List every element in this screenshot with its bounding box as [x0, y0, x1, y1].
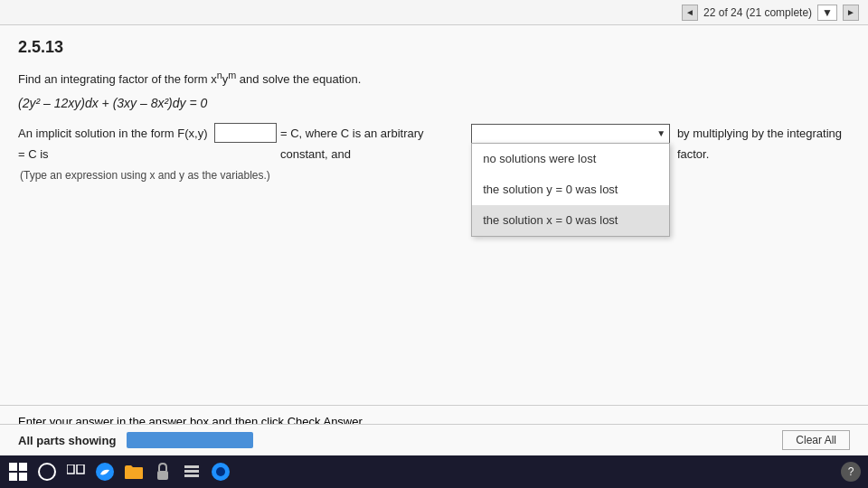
progress-text: 22 of 24 (21 complete) [703, 6, 812, 19]
multiply-text: by multiplying by the integrating factor… [677, 123, 850, 165]
top-bar: ◄ 22 of 24 (21 complete) ▼ ► [0, 0, 868, 25]
edge-icon [95, 462, 115, 482]
option-no-solutions[interactable]: no solutions were lost [472, 144, 669, 174]
dropdown-arrow-icon: ▼ [822, 6, 833, 19]
progress-bar [127, 432, 253, 448]
windows-start-button[interactable] [7, 461, 29, 483]
dropdown-menu: no solutions were lost the solution y = … [471, 143, 670, 238]
windows-icon [9, 463, 27, 481]
all-parts-label: All parts showing [18, 434, 116, 447]
svg-rect-5 [184, 470, 199, 473]
instruction-text: Find an integrating factor of the form x [18, 72, 217, 86]
problem-number: 2.5.13 [18, 38, 850, 57]
prev-button[interactable]: ◄ [682, 5, 698, 21]
solution-dropdown[interactable]: ▼ [471, 124, 670, 144]
answer-input[interactable] [214, 123, 277, 143]
clear-all-button[interactable]: Clear All [782, 430, 850, 450]
select-arrow-icon: ▼ [656, 126, 665, 142]
browser-icon-blue[interactable] [94, 461, 116, 483]
solution-dropdown-container: ▼ no solutions were lost the solution y … [471, 123, 670, 145]
problem-instruction: Find an integrating factor of the form x… [18, 68, 850, 89]
main-content: 2.5.13 Find an integrating factor of the… [0, 25, 868, 405]
answer-prefix: An implicit solution in the form F(x,y) … [18, 123, 211, 165]
task-view-icon [67, 465, 85, 479]
nav-controls: ◄ 22 of 24 (21 complete) ▼ ► [682, 5, 859, 21]
list-icon [183, 463, 201, 481]
all-parts-row: All parts showing Clear All [0, 424, 868, 455]
svg-rect-0 [67, 465, 74, 474]
svg-rect-3 [157, 471, 168, 480]
instruction-end: and solve the equation. [236, 72, 361, 86]
progress-dropdown[interactable]: ▼ [817, 5, 837, 21]
search-taskbar-button[interactable] [36, 461, 58, 483]
browser2-icon [211, 462, 231, 482]
help-button[interactable]: ? [841, 462, 861, 482]
svg-rect-1 [77, 465, 84, 474]
answer-row: An implicit solution in the form F(x,y) … [18, 123, 850, 165]
next-button[interactable]: ► [843, 5, 859, 21]
taskbar: ? [0, 455, 868, 488]
file-explorer-button[interactable] [123, 461, 145, 483]
svg-rect-6 [184, 474, 199, 477]
equation: (2y² – 12xy)dx + (3xy – 8x²)dy = 0 [18, 96, 850, 110]
search-icon [38, 463, 56, 481]
task-view-button[interactable] [65, 461, 87, 483]
option-y-lost[interactable]: the solution y = 0 was lost [472, 174, 669, 205]
svg-rect-4 [184, 465, 199, 468]
lock-icon-button[interactable] [152, 461, 174, 483]
svg-point-8 [216, 467, 225, 476]
browser-icon-blue2[interactable] [210, 461, 231, 483]
folder-icon [124, 464, 144, 480]
super-m: m [228, 70, 236, 80]
answer-mid: = C, where C is an arbitrary constant, a… [280, 123, 468, 165]
list-icon-button[interactable] [181, 461, 203, 483]
lock-icon [155, 462, 171, 482]
type-hint: (Type an expression using x and y as the… [20, 169, 850, 182]
option-x-lost[interactable]: the solution x = 0 was lost [472, 205, 669, 236]
